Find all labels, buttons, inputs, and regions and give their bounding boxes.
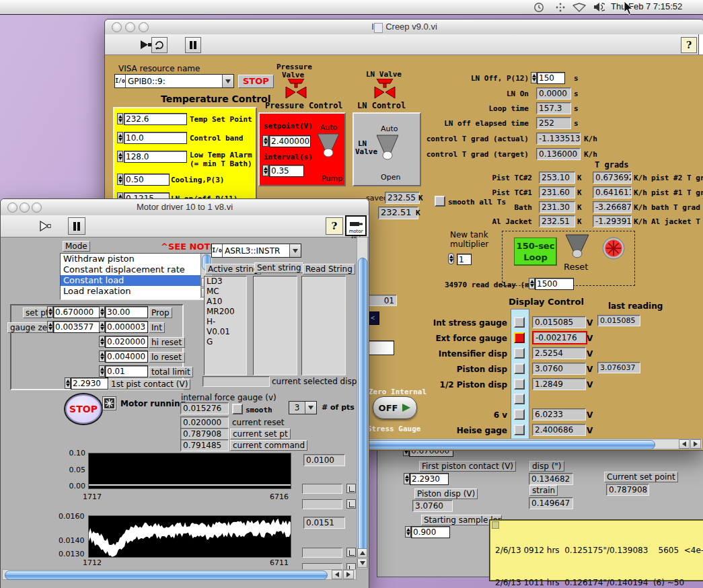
first-contact-spinner[interactable] bbox=[65, 377, 71, 389]
lo-reset-spinner[interactable] bbox=[99, 351, 105, 362]
run-continuous-button[interactable] bbox=[151, 37, 168, 53]
scroll-right-button[interactable] bbox=[343, 570, 354, 579]
active-string-item[interactable]: LD3 bbox=[205, 277, 246, 287]
scroll-up-button[interactable] bbox=[357, 548, 367, 558]
intensifier-disp-checkbox[interactable] bbox=[514, 348, 525, 359]
motor-visa-combo[interactable]: I/o ASRL3::INSTR bbox=[211, 244, 301, 258]
active-string-list[interactable]: LD3 MC A10 MR200 H- V0.01 G bbox=[204, 276, 247, 375]
prop-input[interactable]: 30.00 bbox=[105, 306, 148, 318]
gauge-zero-input[interactable]: 0.003577 bbox=[53, 321, 100, 333]
int-stress-gauge-checkbox[interactable] bbox=[514, 317, 525, 328]
log-scroll-nub[interactable] bbox=[492, 521, 499, 529]
ice-stop-button[interactable]: STOP bbox=[238, 75, 274, 88]
temp-set-point-input[interactable]: 232.6 bbox=[124, 113, 187, 125]
zoom-button[interactable] bbox=[139, 22, 149, 32]
set-pt-input[interactable]: 0.670000 bbox=[53, 306, 100, 318]
bluetooth-icon[interactable] bbox=[555, 2, 566, 13]
scroll-down-button[interactable] bbox=[357, 558, 367, 568]
num-pts-arrow[interactable] bbox=[305, 402, 316, 414]
first-piston-contact-spinner[interactable] bbox=[404, 473, 410, 484]
active-string-item[interactable]: H- bbox=[205, 317, 246, 327]
minimize-button[interactable] bbox=[20, 203, 30, 213]
motor-hscrollbar[interactable] bbox=[2, 569, 357, 580]
hi-reset-spinner[interactable] bbox=[99, 336, 105, 347]
cooling-input[interactable]: 0.50 bbox=[124, 174, 170, 186]
first-piston-contact-input[interactable]: 2.2930 bbox=[410, 473, 449, 485]
close-button[interactable] bbox=[112, 22, 122, 32]
sent-string-list[interactable] bbox=[253, 276, 297, 375]
help-button[interactable]: ? bbox=[326, 217, 343, 235]
volume-icon[interactable] bbox=[593, 2, 605, 12]
mode-item[interactable]: Withdraw piston bbox=[61, 254, 211, 264]
g1-axis-lock-button2[interactable] bbox=[346, 499, 356, 509]
int-spinner[interactable] bbox=[99, 321, 105, 332]
run-icon[interactable] bbox=[140, 40, 151, 50]
smooth-all-ts-checkbox[interactable] bbox=[435, 196, 445, 207]
motor-visa-dropdown[interactable] bbox=[289, 244, 301, 257]
scroll-left-button[interactable] bbox=[679, 439, 690, 449]
run-log-textbox[interactable]: 2/6/13 0912 hrs 0.125175"/0.139083 5605 … bbox=[490, 520, 703, 581]
new-tank-input[interactable]: 1 bbox=[457, 254, 472, 265]
mode-item[interactable]: Load relaxation bbox=[61, 286, 211, 297]
setpoint-spinner[interactable] bbox=[262, 135, 268, 147]
read-string-list[interactable] bbox=[301, 276, 346, 375]
pause-button[interactable] bbox=[185, 37, 201, 53]
reset-knob[interactable] bbox=[564, 233, 590, 260]
menu-clock[interactable]: Thu Feb 7 7:15:52 bbox=[611, 1, 682, 11]
ln-off-input[interactable]: 150 bbox=[537, 72, 565, 84]
time-machine-icon[interactable] bbox=[533, 2, 544, 13]
set-pt-spinner[interactable] bbox=[47, 306, 53, 318]
control-band-spinner[interactable] bbox=[117, 132, 123, 143]
sixv-checkbox[interactable] bbox=[514, 409, 525, 420]
g2-cursor-value[interactable]: 0.0151 bbox=[303, 517, 345, 529]
help-button[interactable]: ? bbox=[681, 37, 697, 53]
active-string-item[interactable]: MC bbox=[205, 287, 246, 297]
minimize-button[interactable] bbox=[125, 22, 135, 32]
g2-axis-lock-button[interactable] bbox=[346, 548, 356, 557]
hi-reset-input[interactable]: 0.020000 bbox=[105, 336, 148, 348]
scroll-right-button[interactable] bbox=[690, 439, 701, 449]
interval-input[interactable]: 0.35 bbox=[269, 165, 304, 177]
half-piston-disp-checkbox[interactable] bbox=[514, 379, 525, 390]
motor-titlebar[interactable]: Motor driver 10 to 1 v8.vi bbox=[1, 199, 369, 216]
scroll-left-button[interactable] bbox=[332, 570, 342, 579]
control-band-input[interactable]: 10.0 bbox=[124, 132, 187, 144]
ice-titlebar[interactable]: Ice Creep v9.0.vi bbox=[105, 20, 703, 35]
loop-150sec-button[interactable]: 150-sec Loop bbox=[514, 237, 557, 266]
total-limit-input[interactable]: 0.01 bbox=[105, 365, 148, 377]
mode-listbox[interactable]: Withdraw piston Constant displacement ra… bbox=[60, 253, 212, 300]
mode-item-selected[interactable]: Constant load bbox=[61, 275, 211, 286]
zoom-button[interactable] bbox=[32, 203, 42, 213]
active-string-item[interactable]: A10 bbox=[205, 297, 246, 307]
mode-item[interactable]: Constant displacement rate bbox=[61, 264, 211, 275]
active-string-item[interactable]: G bbox=[205, 337, 246, 347]
setpoint-input[interactable]: 2.400000 bbox=[269, 135, 311, 147]
piston-disp-checkbox[interactable] bbox=[514, 363, 525, 374]
vi-icon[interactable]: motor 10:1 bbox=[345, 215, 367, 236]
pause-button[interactable] bbox=[68, 217, 85, 235]
visa-resource-combo[interactable]: I/o GPIB0::9: bbox=[114, 74, 234, 88]
interval-spinner[interactable] bbox=[262, 165, 268, 176]
prop-spinner[interactable] bbox=[99, 306, 105, 318]
zero-internal-off-button[interactable]: OFF bbox=[373, 396, 417, 419]
lo-reset-input[interactable]: 0.004000 bbox=[105, 351, 148, 363]
first-contact-input[interactable]: 2.2930 bbox=[71, 377, 108, 390]
gauge-zero-spinner[interactable] bbox=[47, 321, 53, 332]
temp-spinner[interactable] bbox=[117, 113, 123, 124]
motor-stop-button[interactable]: STOP bbox=[64, 393, 103, 425]
g2-scale-box[interactable] bbox=[302, 548, 342, 558]
close-button[interactable] bbox=[7, 203, 17, 213]
g1-scale-box[interactable] bbox=[302, 484, 342, 494]
heise-gage-checkbox[interactable] bbox=[514, 425, 525, 435]
g1-scale-box2[interactable] bbox=[302, 499, 342, 509]
active-string-item[interactable]: V0.01 bbox=[205, 327, 246, 337]
low-temp-alarm-spinner[interactable] bbox=[117, 151, 123, 162]
cooling-spinner[interactable] bbox=[117, 174, 123, 185]
wifi-icon[interactable] bbox=[572, 3, 586, 12]
ln-knob[interactable] bbox=[375, 134, 400, 162]
smooth-checkbox[interactable] bbox=[232, 404, 243, 414]
ext-force-gauge-checkbox[interactable] bbox=[514, 332, 525, 343]
motor-hscrollbar-thumb[interactable] bbox=[5, 571, 328, 580]
motor-vscrollbar-thumb[interactable] bbox=[358, 258, 367, 555]
active-string-item[interactable]: MR200 bbox=[205, 307, 246, 317]
